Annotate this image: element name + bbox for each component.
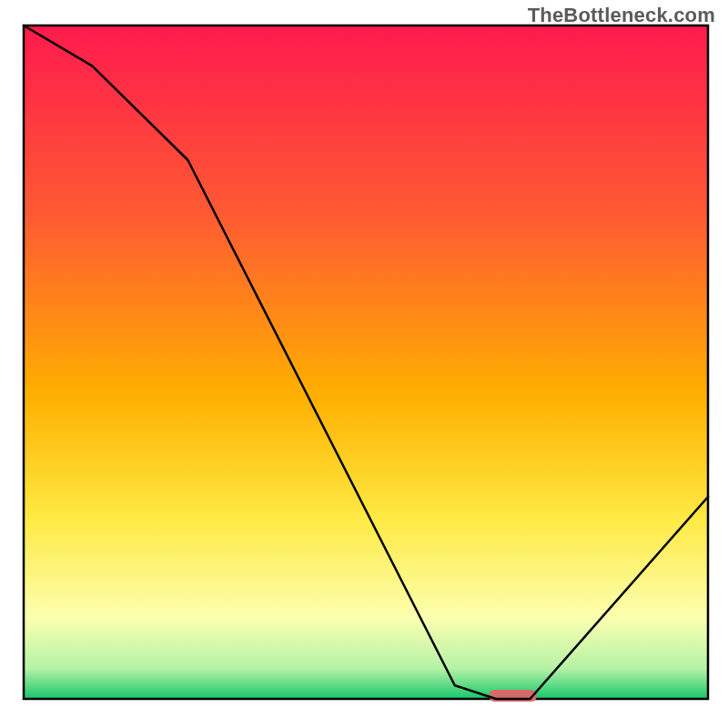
bottleneck-chart bbox=[0, 0, 728, 728]
plot-background bbox=[24, 25, 708, 699]
watermark-text: TheBottleneck.com bbox=[528, 4, 715, 27]
